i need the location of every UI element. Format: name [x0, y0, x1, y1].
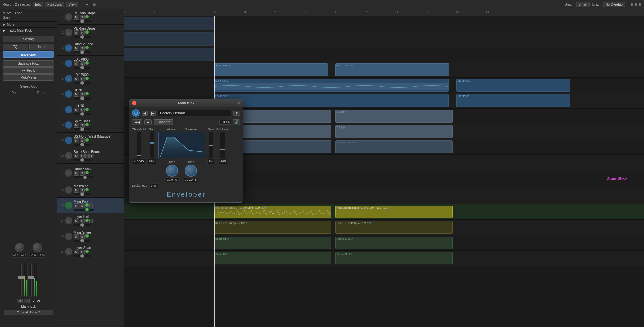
- mute-2[interactable]: M: [74, 30, 79, 35]
- region-16b[interactable]: Snare 02.1 ⟳: [335, 252, 453, 264]
- threshold-thumb[interactable]: [137, 155, 141, 156]
- solo-12[interactable]: S: [80, 188, 85, 193]
- mute-btn-bottom[interactable]: M: [17, 299, 23, 303]
- outlevel-fader[interactable]: [220, 132, 225, 158]
- solo-1[interactable]: S: [80, 15, 85, 20]
- preset-name-field[interactable]: Factory Default: [158, 110, 231, 116]
- mute-4[interactable]: M: [74, 61, 79, 66]
- region-7b[interactable]: BS Igor: [335, 110, 453, 123]
- region-16a[interactable]: Snare 02 ⟳: [214, 252, 331, 264]
- edit-button[interactable]: Edit: [33, 2, 43, 7]
- record-15[interactable]: [85, 234, 89, 238]
- mute-16[interactable]: M: [74, 250, 79, 254]
- mute-9[interactable]: M: [74, 138, 79, 143]
- record-12[interactable]: [85, 188, 89, 191]
- region-1a[interactable]: [124, 17, 214, 30]
- solo-btn-bottom[interactable]: S: [24, 299, 30, 303]
- plugin-titlebar[interactable]: Main Kick ⊠: [129, 99, 243, 107]
- plugin-close-button[interactable]: [132, 101, 136, 105]
- region-13a[interactable]: Kick Undefeated 2 - 1-140 Bpm - 130 - 1 …: [214, 206, 331, 218]
- solo-5[interactable]: S: [80, 77, 85, 81]
- region-5a[interactable]: LD JP8001: [214, 79, 449, 92]
- more-row[interactable]: ► More: [0, 22, 57, 28]
- record-8[interactable]: [85, 123, 89, 126]
- solo-9[interactable]: S: [80, 138, 85, 143]
- fader-thumb-right[interactable]: [28, 276, 34, 279]
- record-16[interactable]: [85, 250, 89, 253]
- solo-2[interactable]: S: [80, 30, 85, 35]
- multimeter-button[interactable]: MultiMeter: [3, 74, 54, 81]
- gain-thumb[interactable]: [150, 142, 154, 144]
- region-13b[interactable]: Kick Undefeated 2 - 1-140 Bpm - 130 - 1.…: [335, 206, 453, 218]
- record-7[interactable]: [85, 108, 89, 111]
- mute-5[interactable]: M: [74, 77, 79, 81]
- enveloper-button[interactable]: Enveloper: [3, 51, 54, 58]
- threshold-fader[interactable]: [137, 132, 141, 158]
- record-4[interactable]: [85, 61, 89, 65]
- attack-knob[interactable]: [166, 165, 178, 177]
- preset-prev-button[interactable]: ◀: [142, 111, 148, 116]
- record-11[interactable]: [85, 171, 89, 174]
- functions-button[interactable]: Functions: [45, 2, 64, 7]
- outlevel-thumb[interactable]: [220, 149, 225, 150]
- preset-dropdown-button[interactable]: ▼: [233, 111, 240, 116]
- input-button[interactable]: Input: [29, 44, 54, 50]
- record-2[interactable]: [85, 30, 89, 34]
- region-15a[interactable]: Snare 01 ⟳: [214, 237, 331, 249]
- solo-15[interactable]: S: [80, 234, 85, 239]
- pan-knob-left[interactable]: [15, 243, 24, 252]
- region-5b[interactable]: LD JP8001: [456, 79, 570, 92]
- volume-fader-left[interactable]: [20, 263, 22, 297]
- sausagefa-button[interactable]: Sausage Fa...: [3, 60, 54, 67]
- play-button[interactable]: ▶: [144, 119, 152, 125]
- record-3[interactable]: [85, 46, 89, 49]
- region-14a[interactable]: Kick 1 - 1-140 Bpm - 130 ⟳: [214, 221, 331, 234]
- solo-13[interactable]: S: [80, 203, 85, 208]
- gain2-thumb[interactable]: [209, 145, 213, 146]
- mute-8[interactable]: M: [74, 123, 79, 128]
- record-14[interactable]: [85, 219, 89, 222]
- region-8b[interactable]: BS Igor: [335, 125, 453, 138]
- region-15b[interactable]: Snare 01.1 ⟳: [335, 237, 453, 249]
- solo-3[interactable]: S: [80, 46, 85, 51]
- region-14b[interactable]: Kick 1 - 1-140 Bpm - 130.2 ⟳: [335, 221, 453, 234]
- mute-13[interactable]: M: [74, 203, 79, 208]
- i-14[interactable]: I: [89, 219, 93, 223]
- track-row[interactable]: ► Track: Main Kick: [0, 28, 57, 34]
- record-6[interactable]: [85, 92, 89, 95]
- region-6b[interactable]: LD JP8001: [456, 94, 570, 107]
- solo-4[interactable]: S: [80, 61, 85, 66]
- region-4a[interactable]: ● LD JP8000: [214, 63, 328, 76]
- mute-6[interactable]: M: [74, 92, 79, 97]
- solo-11[interactable]: S: [80, 171, 85, 176]
- mute-7[interactable]: M: [74, 108, 79, 112]
- fader-thumb-left[interactable]: [18, 276, 24, 279]
- rewind-button[interactable]: ◀◀: [132, 119, 142, 125]
- record-1[interactable]: [85, 15, 89, 18]
- mute-11[interactable]: M: [74, 171, 79, 176]
- preset-next-button[interactable]: ▶: [150, 111, 156, 116]
- setting-button[interactable]: Setting: [3, 36, 54, 42]
- gain-fader[interactable]: [150, 132, 154, 158]
- rec-10[interactable]: I: [85, 154, 89, 158]
- mute-10[interactable]: M: [74, 154, 79, 158]
- pan-knob-right[interactable]: [33, 243, 42, 252]
- solo-16[interactable]: S: [80, 250, 85, 254]
- solo-8[interactable]: S: [80, 123, 85, 128]
- record-9[interactable]: [85, 138, 89, 142]
- r-10[interactable]: T: [89, 154, 94, 158]
- gain2-fader[interactable]: [209, 132, 213, 158]
- mute-14[interactable]: M: [74, 219, 79, 223]
- drag-value[interactable]: No Overlap: [603, 2, 625, 7]
- region-6a[interactable]: LD JP8001: [214, 94, 449, 107]
- region-4b[interactable]: ● LD JP8000: [335, 63, 449, 76]
- view-button[interactable]: View: [66, 2, 78, 7]
- region-9b[interactable]: BS Igor_bip.1 ⟳: [335, 140, 453, 153]
- solo-7[interactable]: S: [80, 108, 85, 112]
- record-13[interactable]: [85, 203, 89, 207]
- power-button[interactable]: ⏻: [132, 109, 140, 117]
- mute-3[interactable]: M: [74, 46, 79, 51]
- mute-12[interactable]: M: [74, 188, 79, 193]
- mute-1[interactable]: M: [74, 15, 79, 20]
- compare-button[interactable]: Compare: [154, 119, 173, 125]
